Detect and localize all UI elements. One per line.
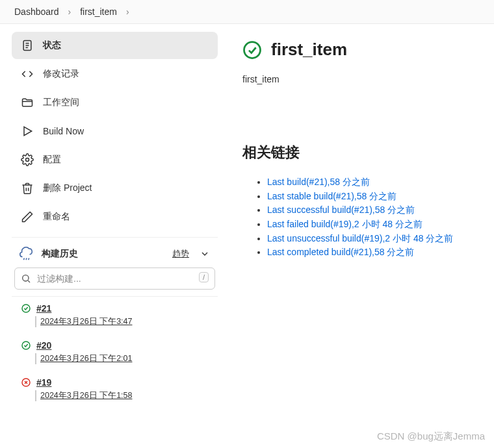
related-links-heading: 相关链接 — [242, 143, 481, 162]
sidebar: 状态 修改记录 工作空间 Build Now — [0, 24, 224, 408]
success-icon — [21, 303, 31, 314]
svg-line-7 — [23, 258, 24, 260]
svg-line-8 — [26, 258, 27, 260]
sidebar-item-status[interactable]: 状态 — [12, 32, 218, 59]
related-link[interactable]: Last successful build(#21),58 分之前 — [267, 203, 481, 218]
page-title: first_item — [271, 40, 347, 60]
document-icon — [21, 39, 34, 52]
build-row: #20 2024年3月26日 下午2:01 — [12, 334, 218, 371]
related-link[interactable]: Last failed build(#19),2 小时 48 分之前 — [267, 218, 481, 232]
project-description: first_item — [242, 74, 481, 84]
filter-builds-input[interactable] — [14, 268, 215, 290]
play-icon — [21, 125, 34, 138]
related-link[interactable]: Last build(#21),58 分之前 — [267, 175, 481, 190]
related-links-list: Last build(#21),58 分之前 Last stable build… — [242, 175, 481, 260]
build-number-link[interactable]: #21 — [36, 303, 51, 314]
search-icon — [21, 273, 31, 284]
gear-icon — [21, 153, 34, 166]
build-date-link[interactable]: 2024年3月26日 下午3:47 — [35, 316, 209, 327]
folder-icon — [21, 96, 34, 109]
svg-point-6 — [26, 158, 29, 162]
success-icon — [21, 340, 31, 351]
svg-point-12 — [22, 305, 30, 312]
svg-point-10 — [23, 275, 29, 281]
related-link[interactable]: Last stable build(#21),58 分之前 — [267, 190, 481, 204]
slash-key-hint: / — [199, 272, 209, 282]
build-history-title: 构建历史 — [42, 248, 164, 260]
breadcrumb: Dashboard › first_item › — [0, 0, 494, 24]
success-status-icon — [242, 40, 262, 60]
build-history-header: 构建历史 趋势 — [12, 237, 218, 268]
sidebar-item-label: 重命名 — [43, 211, 70, 223]
failed-icon — [21, 377, 31, 388]
build-row: #19 2024年3月26日 下午1:58 — [12, 371, 218, 408]
sidebar-item-rename[interactable]: 重命名 — [12, 203, 218, 230]
sidebar-item-label: 配置 — [43, 154, 61, 166]
code-icon — [21, 68, 34, 81]
svg-line-9 — [29, 258, 29, 260]
sidebar-item-workspace[interactable]: 工作空间 — [12, 89, 218, 116]
trash-icon — [21, 182, 34, 195]
svg-marker-5 — [24, 127, 32, 135]
trend-link[interactable]: 趋势 — [172, 248, 189, 260]
breadcrumb-dashboard[interactable]: Dashboard — [14, 6, 59, 17]
build-date-link[interactable]: 2024年3月26日 下午1:58 — [35, 390, 209, 401]
build-list: #21 2024年3月26日 下午3:47 #20 2024年3月26日 下午2… — [12, 296, 218, 408]
svg-line-11 — [28, 280, 30, 282]
build-number-link[interactable]: #19 — [36, 377, 51, 388]
build-number-link[interactable]: #20 — [36, 340, 51, 351]
breadcrumb-item[interactable]: first_item — [80, 6, 117, 17]
sidebar-item-label: 状态 — [43, 40, 61, 51]
sidebar-item-configure[interactable]: 配置 — [12, 146, 218, 173]
pencil-icon — [21, 210, 34, 223]
sidebar-item-label: 删除 Project — [43, 182, 92, 194]
rain-icon — [20, 247, 34, 261]
sidebar-item-changes[interactable]: 修改记录 — [12, 60, 218, 88]
related-link[interactable]: Last unsuccessful build(#19),2 小时 48 分之前 — [267, 232, 481, 246]
build-date-link[interactable]: 2024年3月26日 下午2:01 — [35, 353, 209, 364]
svg-point-17 — [244, 42, 261, 58]
sidebar-item-label: 工作空间 — [43, 97, 79, 108]
chevron-right-icon: › — [126, 6, 129, 17]
build-row: #21 2024年3月26日 下午3:47 — [12, 297, 218, 334]
related-link[interactable]: Last completed build(#21),58 分之前 — [267, 245, 481, 260]
sidebar-item-delete[interactable]: 删除 Project — [12, 175, 218, 202]
main-content: first_item first_item 相关链接 Last build(#2… — [224, 24, 494, 408]
sidebar-item-label: 修改记录 — [43, 68, 79, 80]
sidebar-item-build-now[interactable]: Build Now — [12, 118, 218, 145]
chevron-down-icon[interactable] — [200, 249, 210, 259]
chevron-right-icon: › — [68, 6, 72, 17]
svg-point-13 — [22, 342, 30, 349]
sidebar-item-label: Build Now — [43, 126, 84, 136]
